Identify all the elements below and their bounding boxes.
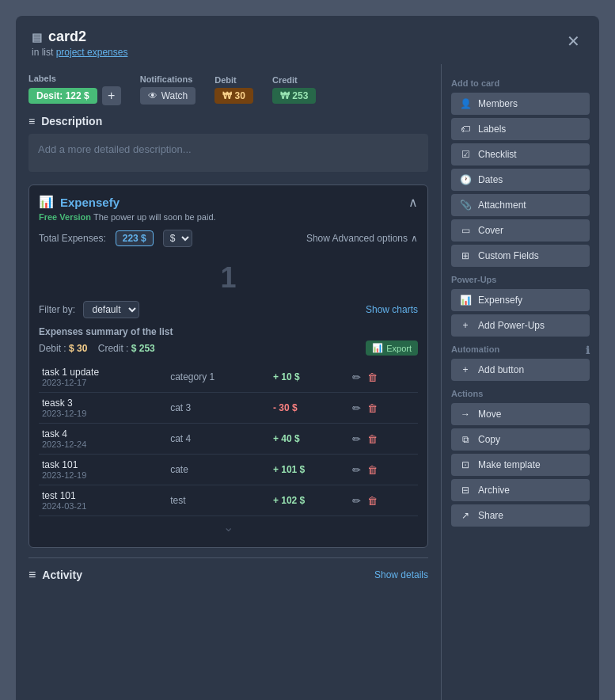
total-label: Total Expenses: xyxy=(39,233,106,244)
task-date: 2023-12-24 xyxy=(42,439,164,449)
sidebar-btn-custom-fields[interactable]: ⊞Custom Fields xyxy=(451,245,590,267)
action-icon: → xyxy=(459,409,472,420)
expense-amount: + 101 $ xyxy=(270,455,347,485)
action-btn-copy[interactable]: ⧉Copy xyxy=(451,428,590,451)
category-name: test xyxy=(167,485,270,516)
powerup-btn-add-power-ups[interactable]: +Add Power-Ups xyxy=(451,314,590,337)
activity-label: Activity xyxy=(42,569,82,581)
delete-expense-button[interactable]: 🗑 xyxy=(366,432,379,447)
credit-value: ₩ 253 xyxy=(272,88,316,104)
scrollbar-down: ⌄ xyxy=(39,516,418,538)
edit-expense-button[interactable]: ✏ xyxy=(351,401,363,416)
labels-label: Labels xyxy=(28,74,121,83)
action-icon: ⊟ xyxy=(459,485,472,496)
watch-button[interactable]: 👁 Watch xyxy=(140,87,196,105)
sidebar-btn-cover[interactable]: ▭Cover xyxy=(451,219,590,242)
expense-amount: + 10 $ xyxy=(270,362,347,393)
filter-label: Filter by: xyxy=(39,304,75,315)
sidebar-icon: ⊞ xyxy=(459,250,472,261)
action-icon: ↗ xyxy=(459,510,472,521)
action-btn-make-template[interactable]: ⊡Make template xyxy=(451,454,590,476)
debit-label: Debit xyxy=(214,75,253,85)
delete-expense-button[interactable]: 🗑 xyxy=(366,401,379,416)
list-link[interactable]: project expenses xyxy=(56,47,128,58)
modal-header: ▤ card2 in list project expenses ✕ xyxy=(16,16,599,64)
actions-title: Actions xyxy=(451,389,590,398)
labels-group: Labels Desit: 122 $ + xyxy=(28,74,121,105)
edit-expense-button[interactable]: ✏ xyxy=(351,493,363,508)
edit-expense-button[interactable]: ✏ xyxy=(351,370,363,385)
activity-section: ≡ Activity Show details xyxy=(28,557,428,582)
task-date: 2023-12-19 xyxy=(42,409,164,418)
row-actions: ✏ 🗑 xyxy=(351,370,415,385)
task-name: task 101 xyxy=(42,459,78,470)
row-actions: ✏ 🗑 xyxy=(351,401,415,416)
add-to-card-title: Add to card xyxy=(451,78,590,88)
powerup-icon: + xyxy=(459,320,472,331)
category-name: cat 3 xyxy=(167,393,270,424)
expense-row: test 101 2024-03-21 test + 102 $ ✏ 🗑 xyxy=(39,485,418,516)
sidebar: Add to card 👤Members🏷Labels☑Checklist🕐Da… xyxy=(441,64,599,700)
sidebar-icon: ☑ xyxy=(459,149,472,160)
watch-icon: 👁 xyxy=(148,90,158,101)
modal-body: Labels Desit: 122 $ + Notifications 👁 Wa… xyxy=(16,64,599,700)
label-tag[interactable]: Desit: 122 $ xyxy=(28,88,97,104)
delete-expense-button[interactable]: 🗑 xyxy=(366,493,379,508)
edit-expense-button[interactable]: ✏ xyxy=(351,432,363,447)
currency-select[interactable]: $ € £ xyxy=(163,230,192,247)
description-placeholder: Add a more detailed description... xyxy=(38,143,192,155)
watch-label: Watch xyxy=(161,90,188,101)
action-btn-move[interactable]: →Move xyxy=(451,403,590,425)
expense-amount: - 30 $ xyxy=(270,393,347,424)
sidebar-btn-labels[interactable]: 🏷Labels xyxy=(451,118,590,140)
expense-amount: + 102 $ xyxy=(270,485,347,516)
automation-btn-add-button[interactable]: +Add button xyxy=(451,359,590,381)
expensefy-plugin: 📊 Expensefy Free Version The power up wi… xyxy=(28,185,428,548)
description-title: ≡ Description xyxy=(28,115,428,127)
description-section: ≡ Description Add a more detailed descri… xyxy=(28,115,428,172)
expense-row: task 1 update 2023-12-17 category 1 + 10… xyxy=(39,362,418,393)
filter-group: Filter by: default xyxy=(39,301,139,318)
task-name: teask 3 xyxy=(42,398,73,409)
action-btn-share[interactable]: ↗Share xyxy=(451,504,590,527)
category-name: cate xyxy=(167,455,270,485)
powerup-btn-expensefy[interactable]: 📊Expensefy xyxy=(451,289,590,311)
notifications-label: Notifications xyxy=(140,74,196,84)
paid-soon-text: The power up will soon be paid. xyxy=(93,212,216,222)
debit-group: Debit ₩ 30 xyxy=(214,75,253,104)
plugin-collapse-button[interactable]: ∧ xyxy=(408,195,418,210)
automation-info-icon[interactable]: ℹ xyxy=(586,344,590,356)
close-button[interactable]: ✕ xyxy=(564,29,583,54)
sidebar-btn-dates[interactable]: 🕐Dates xyxy=(451,169,590,191)
task-date: 2024-03-21 xyxy=(42,501,164,511)
free-version-badge: Free Version xyxy=(39,212,91,222)
sidebar-btn-attachment[interactable]: 📎Attachment xyxy=(451,194,590,216)
sidebar-btn-members[interactable]: 👤Members xyxy=(451,93,590,115)
task-name: task 4 xyxy=(42,428,67,439)
modal-title-section: ▤ card2 in list project expenses xyxy=(32,29,127,58)
advanced-options-button[interactable]: Show Advanced options ∧ xyxy=(306,233,418,244)
filter-select[interactable]: default xyxy=(83,301,139,318)
action-btn-archive[interactable]: ⊟Archive xyxy=(451,479,590,501)
main-content: Labels Desit: 122 $ + Notifications 👁 Wa… xyxy=(16,64,441,700)
sidebar-btn-checklist[interactable]: ☑Checklist xyxy=(451,143,590,165)
sidebar-icon: 📎 xyxy=(459,200,472,211)
plugin-title: 📊 Expensefy xyxy=(39,195,418,209)
description-box[interactable]: Add a more detailed description... xyxy=(28,134,428,172)
category-name: category 1 xyxy=(167,362,270,393)
expense-row: task 4 2023-12-24 cat 4 + 40 $ ✏ 🗑 xyxy=(39,424,418,455)
summary-header: Expenses summary of the list xyxy=(39,326,418,337)
add-label-button[interactable]: + xyxy=(102,86,121,105)
show-charts-button[interactable]: Show charts xyxy=(366,304,418,315)
summary-credit-value: $ 253 xyxy=(131,343,155,354)
delete-expense-button[interactable]: 🗑 xyxy=(366,370,379,385)
task-name: test 101 xyxy=(42,490,76,501)
export-button[interactable]: 📊 Export xyxy=(366,340,418,356)
edit-expense-button[interactable]: ✏ xyxy=(351,462,363,477)
totals-row: Total Expenses: 223 $ $ € £ Show Advance… xyxy=(39,230,418,247)
delete-expense-button[interactable]: 🗑 xyxy=(366,462,379,477)
card-modal: ▤ card2 in list project expenses ✕ Label… xyxy=(16,16,599,700)
row-actions: ✏ 🗑 xyxy=(351,462,415,477)
show-details-button[interactable]: Show details xyxy=(374,569,428,580)
sidebar-icon: 👤 xyxy=(459,98,472,109)
